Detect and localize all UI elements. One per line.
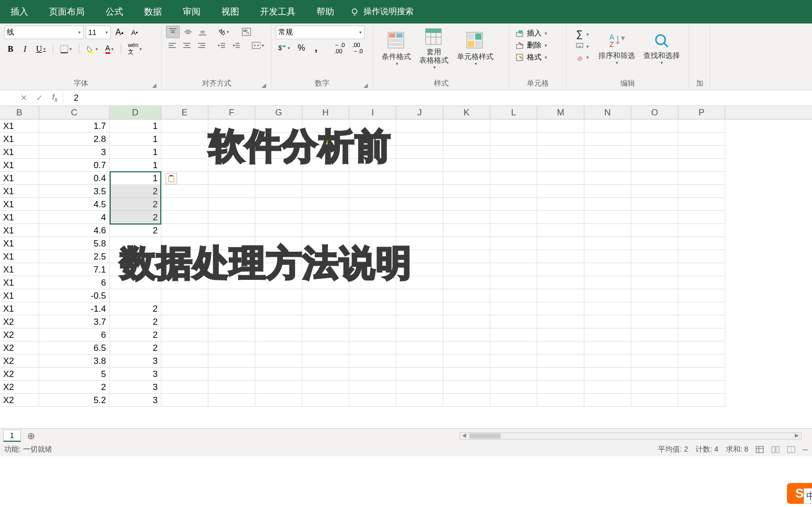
phonetic-button[interactable]: wén文▾	[125, 40, 145, 57]
cell[interactable]	[443, 328, 490, 341]
cell[interactable]	[443, 381, 490, 394]
border-button[interactable]: ▾	[57, 43, 75, 55]
cell[interactable]	[302, 211, 349, 224]
cell[interactable]	[255, 289, 302, 302]
align-top-button[interactable]	[166, 26, 180, 38]
cell[interactable]: 6.5	[39, 341, 110, 355]
font-color-button[interactable]: A▾	[103, 42, 116, 55]
cell[interactable]	[631, 146, 678, 159]
tab-review[interactable]: 审阅	[172, 0, 211, 23]
cell[interactable]	[584, 355, 631, 368]
cell[interactable]	[678, 263, 725, 276]
cell[interactable]	[678, 302, 725, 315]
cell[interactable]: 2	[110, 302, 161, 315]
cell[interactable]	[537, 172, 584, 185]
cell[interactable]	[490, 198, 537, 211]
cell[interactable]	[584, 276, 631, 289]
cell[interactable]	[584, 120, 631, 133]
cell[interactable]: 3	[110, 394, 161, 407]
cell[interactable]	[490, 250, 537, 263]
cell[interactable]	[584, 368, 631, 381]
cell[interactable]: 2.5	[39, 250, 110, 263]
cell[interactable]	[631, 355, 678, 368]
cell[interactable]	[396, 237, 443, 250]
fx-button[interactable]: fx	[47, 92, 63, 103]
cell[interactable]: 2	[110, 315, 161, 328]
cell[interactable]	[349, 224, 396, 237]
cell[interactable]	[537, 341, 584, 355]
cell[interactable]: X1	[0, 276, 39, 289]
cell[interactable]	[631, 263, 678, 276]
cell[interactable]	[631, 368, 678, 381]
cell[interactable]	[490, 394, 537, 407]
cell[interactable]	[490, 341, 537, 355]
cell[interactable]	[396, 276, 443, 289]
cell[interactable]	[490, 211, 537, 224]
cell[interactable]	[537, 381, 584, 394]
cell[interactable]: X1	[0, 198, 39, 211]
cell[interactable]: 1.7	[39, 120, 110, 133]
font-launcher-icon[interactable]: ◢	[152, 82, 156, 89]
cell[interactable]	[255, 394, 302, 407]
cell[interactable]	[584, 250, 631, 263]
cell[interactable]	[349, 315, 396, 328]
cell[interactable]	[110, 276, 161, 289]
page-break-view-icon[interactable]	[787, 446, 795, 453]
cell[interactable]: 2	[110, 224, 161, 237]
cell[interactable]	[490, 185, 537, 198]
cell[interactable]: 6	[39, 276, 110, 289]
cell[interactable]	[443, 159, 490, 172]
col-header-M[interactable]: M	[537, 106, 584, 119]
cell[interactable]	[490, 289, 537, 302]
cell[interactable]	[584, 381, 631, 394]
cell[interactable]	[396, 224, 443, 237]
insert-cells-button[interactable]: 插入 ▾	[513, 28, 562, 39]
cell[interactable]	[110, 237, 161, 250]
cell[interactable]	[678, 133, 725, 146]
cell[interactable]	[396, 146, 443, 159]
col-header-H[interactable]: H	[302, 106, 349, 119]
cell[interactable]	[537, 185, 584, 198]
cell[interactable]	[490, 302, 537, 315]
cell[interactable]	[443, 355, 490, 368]
cell[interactable]	[302, 341, 349, 355]
col-header-K[interactable]: K	[443, 106, 490, 119]
cell[interactable]: X2	[0, 328, 39, 341]
tab-help[interactable]: 帮助	[306, 0, 345, 23]
cell[interactable]	[208, 381, 255, 394]
cell[interactable]	[631, 198, 678, 211]
cell[interactable]	[537, 276, 584, 289]
fill-color-button[interactable]: ▾	[84, 43, 101, 55]
cell[interactable]	[584, 133, 631, 146]
cell[interactable]: 4.5	[39, 198, 110, 211]
cell[interactable]	[161, 146, 208, 159]
cell[interactable]: 3.8	[39, 355, 110, 368]
cell[interactable]	[349, 289, 396, 302]
cell[interactable]	[161, 289, 208, 302]
cell[interactable]	[584, 315, 631, 328]
cell[interactable]	[443, 133, 490, 146]
decrease-decimal-button[interactable]: .00→.0	[349, 40, 365, 56]
cell[interactable]	[584, 211, 631, 224]
cell[interactable]	[396, 198, 443, 211]
cell[interactable]	[208, 172, 255, 185]
cell[interactable]	[302, 368, 349, 381]
tab-data[interactable]: 数据	[134, 0, 172, 23]
enter-button[interactable]: ✓	[31, 93, 47, 103]
cell[interactable]	[490, 237, 537, 250]
cell[interactable]: X1	[0, 133, 39, 146]
cell[interactable]	[255, 341, 302, 355]
font-name-combo[interactable]: 线▾	[4, 26, 84, 39]
cell[interactable]	[443, 120, 490, 133]
cell[interactable]	[490, 315, 537, 328]
cell[interactable]	[537, 120, 584, 133]
col-header-C[interactable]: C	[39, 106, 110, 119]
cell[interactable]: 3	[110, 368, 161, 381]
cell[interactable]	[678, 250, 725, 263]
cell[interactable]	[161, 263, 208, 276]
cell[interactable]	[490, 263, 537, 276]
cell[interactable]	[349, 185, 396, 198]
cell[interactable]	[490, 224, 537, 237]
cell[interactable]	[537, 289, 584, 302]
number-format-combo[interactable]: 常规▾	[276, 26, 364, 39]
